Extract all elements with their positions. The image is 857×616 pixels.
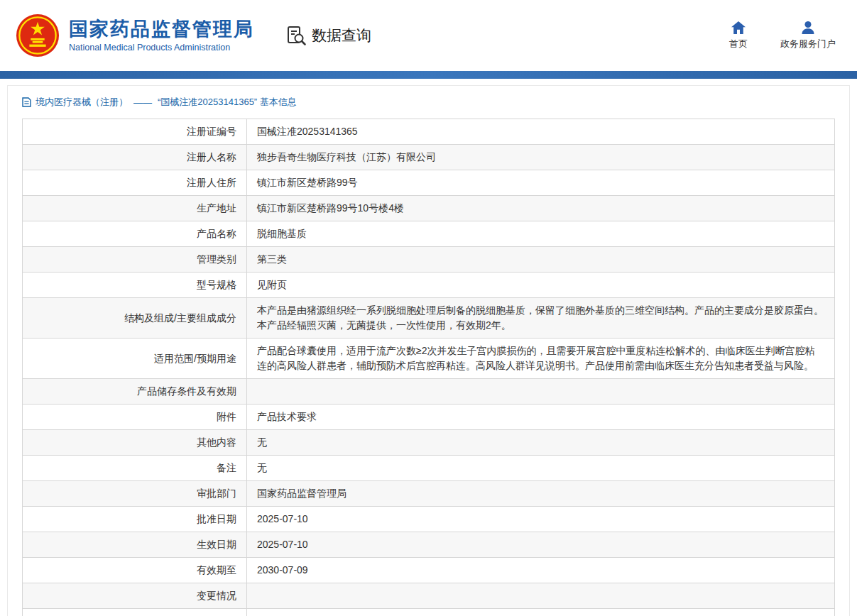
- row-label: 其他内容: [23, 430, 247, 456]
- nav-home-label: 首页: [729, 38, 748, 50]
- table-row: 产品储存条件及有效期: [23, 379, 835, 405]
- row-value: 脱细胞基质: [247, 221, 835, 247]
- table-row: 型号规格 见附页: [23, 273, 835, 298]
- row-label: 生效日期: [23, 532, 247, 558]
- row-value: 2025-07-10: [247, 532, 835, 558]
- user-icon: [800, 21, 816, 35]
- table-row: 变更情况: [23, 583, 835, 609]
- row-value: 产品配合球囊使用，适用于流产次数≥2次并发生子宫内膜损伤的，且需要开展宫腔中重度…: [247, 339, 835, 379]
- table-row: 批准日期 2025-07-10: [23, 507, 835, 532]
- row-value: [247, 583, 835, 609]
- table-row: 适用范围/预期用途 产品配合球囊使用，适用于流产次数≥2次并发生子宫内膜损伤的，…: [23, 339, 835, 379]
- registration-info-table: 注册证编号 国械注准20253141365 注册人名称 独步吾奇生物医疗科技（江…: [22, 119, 835, 616]
- nav-portal-label: 政务服务门户: [780, 38, 836, 50]
- nav-home[interactable]: 首页: [729, 21, 748, 50]
- row-value: 国械注准20253141365: [247, 119, 835, 145]
- row-label: 适用范围/预期用途: [23, 339, 247, 379]
- logo-block: 国家药品监督管理局 National Medical Products Admi…: [16, 13, 254, 57]
- table-row: 产品名称 脱细胞基质: [23, 221, 835, 247]
- row-label-note: ◑注: [23, 609, 247, 616]
- row-label: 备注: [23, 456, 247, 481]
- org-names: 国家药品监督管理局 National Medical Products Admi…: [69, 18, 254, 53]
- row-label: 有效期至: [23, 558, 247, 583]
- row-value: 镇江市新区楚桥路99号: [247, 170, 835, 196]
- page: 国家药品监督管理局 National Medical Products Admi…: [0, 0, 857, 616]
- row-value-note: 详情: [247, 609, 835, 616]
- table-row: 有效期至 2030-07-09: [23, 558, 835, 583]
- table-row: 其他内容 无: [23, 430, 835, 456]
- org-name-cn: 国家药品监督管理局: [69, 18, 254, 40]
- table-row: 注册证编号 国械注准20253141365: [23, 119, 835, 145]
- table-row: 生效日期 2025-07-10: [23, 532, 835, 558]
- row-label: 注册人名称: [23, 145, 247, 170]
- row-label: 审批部门: [23, 481, 247, 507]
- row-label: 批准日期: [23, 507, 247, 532]
- home-icon: [731, 21, 746, 35]
- row-value: 2030-07-09: [247, 558, 835, 583]
- table-row: 备注 无: [23, 456, 835, 481]
- row-value: 无: [247, 430, 835, 456]
- table-row: 生产地址 镇江市新区楚桥路99号10号楼4楼: [23, 196, 835, 221]
- breadcrumb-current: “国械注准20253141365” 基本信息: [158, 96, 297, 109]
- table-row: 审批部门 国家药品监督管理局: [23, 481, 835, 507]
- row-label: 变更情况: [23, 583, 247, 609]
- data-query-icon: [285, 25, 307, 46]
- table-row: ◑注 详情: [23, 609, 835, 616]
- table-row: 附件 产品技术要求: [23, 405, 835, 430]
- document-icon: [22, 97, 31, 107]
- row-label: 附件: [23, 405, 247, 430]
- header-nav: 首页 政务服务门户: [729, 21, 836, 50]
- row-value: 本产品是由猪源组织经一系列脱细胞处理后制备的脱细胞基质，保留了细胞外基质的三维空…: [247, 298, 835, 339]
- row-value: 国家药品监督管理局: [247, 481, 835, 507]
- row-label: 管理类别: [23, 247, 247, 273]
- row-label: 产品名称: [23, 221, 247, 247]
- table-row: 管理类别 第三类: [23, 247, 835, 273]
- row-label: 注册证编号: [23, 119, 247, 145]
- site-header: 国家药品监督管理局 National Medical Products Admi…: [0, 0, 857, 71]
- row-value: 第三类: [247, 247, 835, 273]
- table-row: 注册人名称 独步吾奇生物医疗科技（江苏）有限公司: [23, 145, 835, 170]
- row-label: 结构及组成/主要组成成分: [23, 298, 247, 339]
- breadcrumb: 境内医疗器械（注册） —— “国械注准20253141365” 基本信息: [8, 86, 849, 116]
- header-divider-bar: [0, 71, 857, 79]
- national-emblem-icon: [16, 13, 60, 57]
- row-value: 产品技术要求: [247, 405, 835, 430]
- table-row: 注册人住所 镇江市新区楚桥路99号: [23, 170, 835, 196]
- row-value: 镇江市新区楚桥路99号10号楼4楼: [247, 196, 835, 221]
- row-label: 生产地址: [23, 196, 247, 221]
- nav-portal[interactable]: 政务服务门户: [780, 21, 836, 50]
- data-query-section[interactable]: 数据查询: [285, 25, 371, 46]
- section-title: 数据查询: [312, 26, 371, 45]
- content-container: 境内医疗器械（注册） —— “国械注准20253141365” 基本信息 注册证…: [7, 85, 850, 616]
- row-label: 型号规格: [23, 273, 247, 298]
- row-label: 产品储存条件及有效期: [23, 379, 247, 405]
- breadcrumb-separator: ——: [133, 97, 152, 108]
- row-value: 2025-07-10: [247, 507, 835, 532]
- row-value: 无: [247, 456, 835, 481]
- org-name-en: National Medical Products Administration: [69, 43, 254, 53]
- breadcrumb-category[interactable]: 境内医疗器械（注册）: [36, 96, 128, 109]
- row-label: 注册人住所: [23, 170, 247, 196]
- row-value: [247, 379, 835, 405]
- row-value: 独步吾奇生物医疗科技（江苏）有限公司: [247, 145, 835, 170]
- table-row: 结构及组成/主要组成成分 本产品是由猪源组织经一系列脱细胞处理后制备的脱细胞基质…: [23, 298, 835, 339]
- row-value: 见附页: [247, 273, 835, 298]
